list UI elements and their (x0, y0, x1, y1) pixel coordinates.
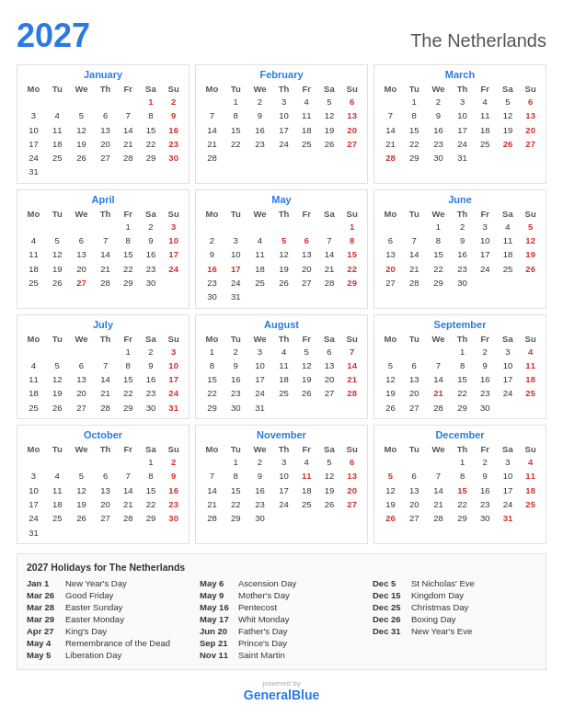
calendar-day: 11 (247, 247, 273, 261)
calendar-day: 12 (69, 483, 95, 497)
holiday-row: Dec 5St Nicholas' Eve (373, 578, 536, 588)
calendar-day: 15 (224, 123, 247, 137)
day-header: Mo (200, 83, 224, 95)
calendar-day: 24 (224, 276, 247, 290)
day-header: Su (519, 333, 542, 345)
calendar-day: 7 (117, 469, 140, 483)
day-header: Mo (21, 333, 46, 345)
calendar-day: 17 (247, 372, 273, 386)
day-header: Mo (21, 208, 46, 220)
holiday-row: Jan 1New Year's Day (27, 578, 190, 588)
month-title: May (200, 194, 363, 205)
holidays-col-0: Jan 1New Year's DayMar 26Good FridayMar … (27, 578, 190, 662)
calendar-day: 2 (451, 220, 474, 233)
calendar-day: 11 (519, 469, 542, 483)
calendar-day: 5 (318, 455, 341, 469)
calendar-day: 18 (519, 372, 542, 386)
calendar-day: 5 (69, 469, 95, 483)
day-header: Tu (224, 208, 247, 220)
calendar-day: 27 (94, 511, 117, 525)
calendar-day: 21 (378, 137, 403, 151)
calendar-day: 17 (162, 372, 185, 386)
day-header: Sa (140, 333, 163, 345)
month-block-july: JulyMoTuWeThFrSaSu1234567891011121314151… (17, 314, 190, 419)
calendar-day: 22 (340, 262, 363, 276)
holiday-name: Easter Sunday (65, 602, 122, 612)
calendar-day: 14 (200, 483, 224, 497)
calendar-day: 20 (295, 262, 318, 276)
calendar-day (162, 165, 185, 178)
day-header: Th (451, 333, 474, 345)
calendar-day: 28 (117, 511, 140, 525)
day-header: We (69, 208, 95, 220)
calendar-day: 30 (224, 401, 247, 415)
calendar-day: 31 (451, 151, 474, 165)
calendar-day: 11 (21, 247, 46, 261)
calendar-day (272, 290, 295, 303)
calendar-day (272, 220, 295, 233)
calendar-day: 10 (21, 483, 46, 497)
calendar-day: 18 (21, 262, 46, 276)
calendar-day: 1 (224, 95, 247, 108)
calendar-day: 30 (162, 151, 185, 165)
calendar-table: MoTuWeThFrSaSu12345678910111213141516171… (200, 208, 363, 304)
calendar-day: 17 (474, 247, 497, 261)
calendar-day (69, 95, 95, 108)
day-header: Sa (497, 333, 520, 345)
calendar-table: MoTuWeThFrSaSu12345678910111213141516171… (21, 333, 185, 415)
calendar-day: 13 (69, 372, 95, 386)
day-header: Sa (140, 83, 163, 95)
calendar-day: 28 (426, 401, 452, 415)
calendar-day: 21 (318, 262, 341, 276)
calendar-day: 4 (21, 233, 46, 247)
calendar-day: 23 (426, 137, 452, 151)
holiday-name: St Nicholas' Eve (411, 578, 475, 588)
holiday-date: May 16 (200, 602, 233, 612)
calendar-day (140, 526, 163, 540)
day-header: Su (340, 443, 363, 455)
day-header: Sa (140, 443, 163, 455)
country-title: The Netherlands (410, 30, 546, 51)
calendar-day: 25 (21, 401, 46, 415)
day-header: Tu (224, 83, 247, 95)
calendar-table: MoTuWeThFrSaSu12345678910111213141516171… (378, 83, 542, 165)
calendar-day: 12 (69, 123, 95, 137)
calendar-day: 6 (340, 95, 363, 108)
calendar-day: 3 (497, 455, 520, 469)
calendar-day: 13 (403, 483, 426, 497)
day-header: Tu (46, 443, 69, 455)
calendar-day: 7 (426, 358, 452, 372)
calendar-day: 11 (295, 108, 318, 122)
calendar-day: 14 (403, 247, 426, 261)
holiday-row: Dec 25Christmas Day (373, 602, 536, 612)
holiday-name: Remembrance of the Dead (65, 638, 170, 648)
holiday-date: May 4 (27, 638, 60, 648)
calendar-day: 12 (378, 372, 403, 386)
calendar-day: 13 (403, 372, 426, 386)
calendar-day: 22 (403, 137, 426, 151)
calendar-day: 17 (162, 247, 185, 261)
day-header: Fr (474, 83, 497, 95)
day-header: We (426, 333, 452, 345)
calendar-day (117, 95, 140, 108)
holiday-date: Mar 28 (27, 602, 60, 612)
calendar-day: 15 (200, 372, 224, 386)
calendar-day (94, 526, 117, 540)
holiday-name: Kingdom Day (411, 590, 464, 600)
day-header: Sa (497, 208, 520, 220)
day-header: Mo (200, 208, 224, 220)
calendar-day: 27 (340, 497, 363, 511)
day-header: Tu (224, 333, 247, 345)
calendar-day: 2 (474, 345, 497, 358)
calendar-day: 26 (318, 137, 341, 151)
calendar-day: 4 (497, 220, 520, 233)
calendar-table: MoTuWeThFrSaSu12345678910111213141516171… (21, 83, 185, 179)
calendar-day (295, 511, 318, 525)
calendar-day: 8 (140, 469, 163, 483)
holiday-date: Dec 5 (373, 578, 406, 588)
calendar-day: 26 (497, 137, 520, 151)
calendar-day (162, 276, 185, 290)
day-header: Su (519, 208, 542, 220)
calendar-day: 1 (117, 345, 140, 358)
calendar-day: 8 (117, 233, 140, 247)
